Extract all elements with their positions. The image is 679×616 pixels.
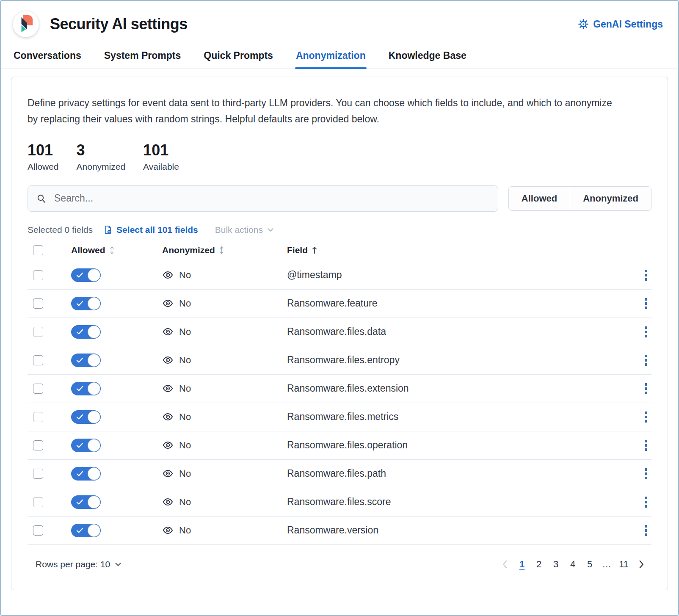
stat-label: Allowed xyxy=(28,162,59,172)
filter-button[interactable]: Allowed xyxy=(509,187,570,210)
anonymize-eye-button[interactable] xyxy=(162,411,174,423)
check-icon xyxy=(76,528,83,533)
row-checkbox[interactable] xyxy=(33,412,43,422)
anonymized-value: No xyxy=(179,326,191,337)
allowed-toggle[interactable] xyxy=(71,354,101,367)
select-all-button[interactable]: Select all 101 fields xyxy=(100,224,201,235)
toggle-knob xyxy=(88,354,100,367)
field-name: Ransomware.files.extension xyxy=(287,383,632,394)
gear-icon xyxy=(578,19,589,30)
anonymize-eye-button[interactable] xyxy=(162,269,174,281)
pagination: 1 2 3 4 5 … 11 xyxy=(497,556,649,573)
row-checkbox[interactable] xyxy=(33,355,43,365)
anonymize-eye-button[interactable] xyxy=(162,439,174,451)
stat-block: 101 Allowed xyxy=(28,141,59,171)
row-checkbox[interactable] xyxy=(33,298,43,309)
next-page-button[interactable] xyxy=(634,556,649,573)
column-header-field[interactable]: Field xyxy=(287,245,318,255)
page-number-button[interactable]: 5 xyxy=(582,556,597,573)
toggle-knob xyxy=(88,496,100,508)
genai-settings-label: GenAI Settings xyxy=(593,19,663,30)
page-title: Security AI settings xyxy=(50,15,188,33)
column-header-anonymized[interactable]: Anonymized xyxy=(162,245,225,255)
anonymize-eye-button[interactable] xyxy=(162,468,174,479)
allowed-toggle[interactable] xyxy=(71,410,101,424)
check-icon xyxy=(76,272,83,278)
check-icon xyxy=(76,499,83,505)
check-icon xyxy=(76,301,83,307)
anonymized-value: No xyxy=(179,468,191,479)
check-icon xyxy=(76,357,83,363)
row-checkbox[interactable] xyxy=(33,384,43,394)
anonymize-eye-button[interactable] xyxy=(162,298,174,309)
row-actions-icon[interactable] xyxy=(643,438,649,453)
row-checkbox[interactable] xyxy=(33,525,43,536)
row-actions-icon[interactable] xyxy=(643,381,649,396)
anonymized-value: No xyxy=(179,525,191,536)
allowed-toggle[interactable] xyxy=(71,495,101,509)
genai-settings-link[interactable]: GenAI Settings xyxy=(578,19,663,30)
field-name: Ransomware.files.data xyxy=(287,326,632,337)
row-actions-icon[interactable] xyxy=(643,495,649,509)
page-number-button[interactable]: 11 xyxy=(616,556,631,573)
row-actions-icon[interactable] xyxy=(643,296,649,311)
page-number-button[interactable]: 4 xyxy=(566,556,580,573)
allowed-toggle[interactable] xyxy=(71,268,101,282)
allowed-toggle[interactable] xyxy=(71,297,101,310)
search-box xyxy=(28,185,498,212)
row-actions-icon[interactable] xyxy=(643,467,649,481)
security-ai-settings-window: Security AI settings GenAI Settings xyxy=(0,0,679,616)
field-header-label: Field xyxy=(287,245,308,255)
eye-icon xyxy=(162,326,174,337)
sortable-icon xyxy=(109,246,115,255)
allowed-toggle[interactable] xyxy=(71,467,101,481)
anonymized-value: No xyxy=(179,440,191,451)
row-actions-icon[interactable] xyxy=(643,325,649,339)
rows-per-page-button[interactable]: Rows per page: 10 xyxy=(33,559,124,570)
toggle-knob xyxy=(88,439,100,452)
tab[interactable]: Knowledge Base xyxy=(388,50,467,69)
search-row: Allowed Anonymized xyxy=(28,185,651,212)
anonymize-eye-button[interactable] xyxy=(162,354,174,366)
select-all-checkbox[interactable] xyxy=(33,245,43,255)
column-header-allowed[interactable]: Allowed xyxy=(71,245,115,255)
tab[interactable]: Conversations xyxy=(13,50,82,69)
filter-button[interactable]: Anonymized xyxy=(570,187,651,210)
anonymize-eye-button[interactable] xyxy=(162,383,174,394)
row-actions-icon[interactable] xyxy=(643,268,649,282)
anonymize-eye-button[interactable] xyxy=(162,496,174,508)
row-checkbox[interactable] xyxy=(33,440,43,450)
row-checkbox[interactable] xyxy=(33,270,43,280)
row-actions-icon[interactable] xyxy=(643,353,649,367)
page-number-button[interactable]: 3 xyxy=(549,556,563,573)
table-row: No Ransomware.version xyxy=(28,517,651,545)
panel-description: Define privacy settings for event data s… xyxy=(28,95,618,127)
field-name: Ransomware.files.metrics xyxy=(287,411,632,423)
page-number-button[interactable]: 2 xyxy=(532,556,546,573)
tab[interactable]: Anonymization xyxy=(295,50,367,69)
page-number-button[interactable]: … xyxy=(599,556,614,573)
anonymize-eye-button[interactable] xyxy=(162,525,174,536)
page-number-button[interactable]: 1 xyxy=(515,556,529,573)
bulk-actions-button[interactable]: Bulk actions xyxy=(213,224,277,235)
tab[interactable]: System Prompts xyxy=(103,50,182,69)
row-checkbox[interactable] xyxy=(33,469,43,479)
search-input[interactable] xyxy=(53,192,489,204)
previous-page-button[interactable] xyxy=(497,556,512,573)
row-actions-icon[interactable] xyxy=(643,523,649,538)
anonymize-eye-button[interactable] xyxy=(162,326,174,337)
pages-select-icon xyxy=(103,225,113,235)
row-actions-icon[interactable] xyxy=(643,410,649,424)
allowed-toggle[interactable] xyxy=(71,439,101,452)
toggle-knob xyxy=(88,524,100,537)
allowed-toggle[interactable] xyxy=(71,325,101,339)
row-checkbox[interactable] xyxy=(33,327,43,337)
allowed-toggle[interactable] xyxy=(71,524,101,537)
table-body: No @timestamp xyxy=(28,261,651,545)
field-name: Ransomware.version xyxy=(287,525,632,536)
anonymized-value: No xyxy=(179,383,191,394)
tab[interactable]: Quick Prompts xyxy=(203,50,274,69)
allowed-toggle[interactable] xyxy=(71,382,101,395)
rows-per-page-label: Rows per page: 10 xyxy=(36,559,110,569)
row-checkbox[interactable] xyxy=(33,497,43,507)
